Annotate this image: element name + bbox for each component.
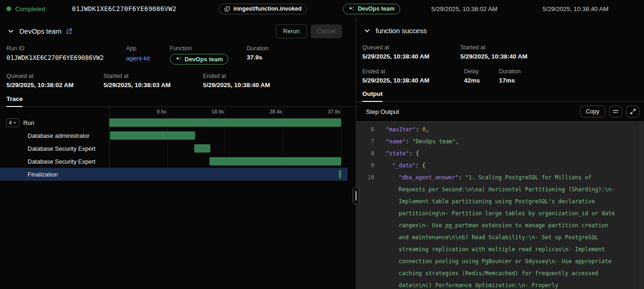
code-line-content: "state": {: [386, 147, 444, 159]
field-run-id: Run ID 01JWDK1XE6C270F6YE69086VW2: [6, 45, 126, 61]
step-delay-label: Delay: [464, 68, 499, 75]
axis-tick-label: 9.5s: [157, 109, 168, 114]
code-scrollbar[interactable]: [640, 122, 644, 289]
run-status: Completed: [6, 6, 45, 12]
field-app: App agent-kit: [126, 45, 170, 62]
topbar-queued-timestamp: 5/29/2025, 10:38:02 AM: [431, 6, 497, 12]
axis-tick-label: 37.9s: [328, 109, 341, 114]
app-link[interactable]: agent-kit: [126, 55, 150, 62]
field-started-at-label: Started at: [104, 73, 203, 79]
step-field-started-at: Started at 5/29/2025, 10:38:40 AM: [460, 44, 644, 60]
copy-button[interactable]: Copy: [580, 106, 605, 118]
field-run-id-label: Run ID: [6, 45, 126, 52]
step-started-at-value: 5/29/2025, 10:38:40 AM: [460, 53, 644, 60]
code-line: 6"maxIter": 0,: [356, 124, 644, 136]
run-collapse-chevron[interactable]: [6, 27, 15, 35]
step-output-title: Step Output: [366, 108, 399, 115]
field-function-label: Function: [170, 45, 247, 52]
word-wrap-icon: [612, 108, 619, 115]
run-details-panel: DevOps team Rerun Cancel Run ID 01JWDK1X…: [0, 18, 356, 289]
trace-row-label: Database Security Expert: [28, 145, 95, 152]
topbar-ended-timestamp: 5/29/2025, 10:38:40 AM: [542, 6, 608, 12]
panel-resize-handle[interactable]: [353, 187, 359, 205]
field-ended-at: Ended at 5/29/2025, 10:38:40 AM: [203, 73, 356, 88]
step-collapse-chevron[interactable]: [363, 26, 371, 35]
chevron-down-icon: [364, 27, 371, 34]
code-line: 8"state": {: [356, 147, 644, 159]
axis-tick-label: 18.9s: [211, 109, 225, 114]
topbar-run-id: 01JWDK1XE6C270F6YE69086VW2: [72, 5, 176, 12]
step-queued-at-label: Queued at: [362, 44, 460, 51]
event-stack-icon: [224, 6, 230, 12]
trace-expand-count: 4: [9, 120, 12, 125]
trace-row-finalization[interactable]: Finalization: [0, 168, 348, 181]
trace-waterfall: 9.5s18.9s28.4s37.9s 4RunDatabase adminis…: [0, 107, 356, 181]
cancel-button: Cancel: [311, 24, 342, 38]
run-title: DevOps team: [19, 27, 62, 35]
step-ended-at-label: Ended at: [362, 68, 464, 75]
step-ended-at-value: 5/29/2025, 10:38:40 AM: [362, 77, 464, 84]
trace-row-database-administrator[interactable]: Database administrator: [0, 129, 348, 142]
step-started-at-label: Started at: [460, 44, 644, 51]
tab-output[interactable]: Output: [362, 90, 383, 102]
code-line-number: 10: [356, 171, 374, 183]
expand-button[interactable]: [626, 106, 639, 118]
code-line: 10"dba_agent_answer": "1. Scaling Postgr…: [356, 171, 644, 289]
field-app-label: App: [126, 45, 170, 52]
step-field-duration: Duration 17ms: [499, 68, 644, 84]
function-badge[interactable]: DevOps team: [170, 54, 228, 65]
trace-expand-count-button[interactable]: 4: [6, 118, 19, 127]
word-wrap-button[interactable]: [609, 106, 622, 118]
step-details-panel: function success Queued at 5/29/2025, 10…: [356, 18, 644, 289]
step-duration-label: Duration: [499, 68, 644, 75]
step-title: function success: [376, 27, 427, 35]
trace-row-database-security-expert[interactable]: Database Security Expert: [0, 142, 348, 155]
event-badge-label: inngest/function.invoked: [233, 6, 302, 12]
trace-row-label: Database administrator: [28, 132, 89, 139]
ai-sparkle-icon: [348, 6, 354, 12]
trace-row-run[interactable]: 4Run: [0, 116, 348, 129]
field-function: Function DevOps team: [170, 45, 247, 65]
trace-span-bar: [110, 131, 196, 140]
code-line: 7"name": "DevOps team",: [356, 136, 644, 147]
field-started-at-value: 5/29/2025, 10:38:03 AM: [104, 82, 203, 88]
function-badge-label: DevOps team: [185, 56, 223, 63]
code-line-number: 8: [356, 147, 374, 159]
field-duration-value: 37.9s: [247, 54, 356, 61]
run-panel-tabs: Trace: [0, 94, 356, 107]
step-duration-value: 17ms: [499, 77, 644, 84]
topbar-function-badge[interactable]: DevOps team: [343, 4, 400, 14]
external-link-icon: [66, 28, 72, 35]
field-duration-label: Duration: [247, 45, 356, 52]
axis-tick-label: 28.4s: [270, 109, 283, 114]
step-queued-at-value: 5/29/2025, 10:38:40 AM: [362, 53, 460, 60]
event-badge[interactable]: inngest/function.invoked: [219, 4, 307, 14]
step-delay-value: 42ms: [464, 77, 499, 84]
step-panel-tabs: Output: [356, 89, 644, 102]
trace-span-bar: [209, 157, 341, 165]
trace-row-label: Run: [23, 119, 34, 126]
step-field-ended-at: Ended at 5/29/2025, 10:38:40 AM: [362, 68, 464, 84]
code-line-content: "dba_agent_answer": "1. Scaling PostgreS…: [386, 171, 644, 289]
field-started-at: Started at 5/29/2025, 10:38:03 AM: [104, 73, 203, 88]
open-run-external-link[interactable]: [66, 28, 72, 35]
status-label: Completed: [15, 6, 45, 12]
field-duration: Duration 37.9s: [247, 45, 356, 61]
field-ended-at-value: 5/29/2025, 10:38:40 AM: [203, 82, 356, 88]
tab-trace[interactable]: Trace: [6, 95, 23, 107]
code-line-number: 6: [356, 124, 374, 136]
step-field-delay: Delay 42ms: [464, 68, 499, 84]
step-output-toolbar: Step Output Copy: [356, 102, 644, 121]
code-line: 9"_data": {: [356, 159, 644, 171]
rerun-button[interactable]: Rerun: [276, 24, 307, 38]
code-line-number: 9: [356, 159, 374, 171]
run-status-bar: Completed 01JWDK1XE6C270F6YE69086VW2 inn…: [0, 0, 644, 18]
field-queued-at-value: 5/29/2025, 10:38:02 AM: [6, 82, 104, 88]
step-output-code: 6"maxIter": 0,7"name": "DevOps team",8"s…: [356, 121, 644, 289]
step-field-queued-at: Queued at 5/29/2025, 10:38:40 AM: [362, 44, 460, 60]
chevron-down-icon: [7, 28, 14, 35]
trace-time-axis: 9.5s18.9s28.4s37.9s: [0, 107, 356, 116]
chevron-down-icon: [13, 121, 17, 124]
topbar-function-badge-label: DevOps team: [358, 6, 395, 12]
trace-row-database-security-expert[interactable]: Database Security Expert: [0, 155, 348, 168]
